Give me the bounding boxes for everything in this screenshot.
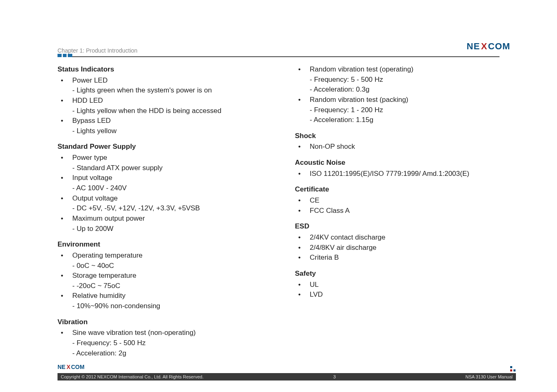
item-label: Sine wave vibration test (non-operating) — [72, 329, 196, 337]
list-item: HDD LED — [58, 96, 262, 106]
list-item: CE — [295, 196, 499, 206]
list-item: Criteria B — [295, 253, 499, 263]
header-rule — [58, 56, 499, 57]
item-detail: - 0oC ~ 40oC — [58, 261, 262, 271]
section-certificate: Certificate — [295, 184, 499, 195]
item-detail: - Acceleration: 1.15g — [295, 115, 499, 125]
item-detail: - Standard ATX power supply — [58, 163, 262, 173]
item-label: Relative humidity — [72, 292, 125, 300]
svg-text:COM: COM — [488, 41, 510, 51]
item-label: FCC Class A — [310, 207, 350, 214]
column-right: Random vibration test (operating) - Freq… — [295, 65, 499, 358]
section-shock: Shock — [295, 131, 499, 141]
svg-text:NE: NE — [467, 41, 480, 51]
item-detail: - Acceleration: 2g — [58, 348, 262, 359]
list-item: Non-OP shock — [295, 142, 499, 152]
list-item: 2/4KV contact discharge — [295, 233, 499, 243]
item-label: Power LED — [72, 76, 108, 84]
list-item: FCC Class A — [295, 206, 499, 216]
brand-logo-top: NE X COM — [467, 41, 520, 52]
item-detail: - 10%~90% non-condensing — [58, 301, 262, 311]
section-vibration: Vibration — [58, 317, 262, 327]
item-label: LVD — [310, 291, 323, 298]
item-label: Criteria B — [310, 254, 339, 261]
item-detail: - Lights yellow when the HDD is being ac… — [58, 106, 262, 116]
list-item: 2/4/8KV air discharge — [295, 243, 499, 253]
footer-docref: NSA 3130 User Manual — [465, 374, 513, 379]
item-label: 2/4KV contact discharge — [310, 233, 385, 241]
chapter-label: Chapter 1: Product Introduction — [58, 47, 499, 54]
item-label: 2/4/8KV air discharge — [310, 244, 377, 251]
item-label: Storage temperature — [72, 272, 136, 279]
svg-text:X: X — [481, 41, 487, 51]
svg-text:COM: COM — [71, 364, 85, 370]
list-item: Random vibration test (operating) — [295, 65, 499, 75]
list-item: Relative humidity — [58, 291, 262, 301]
section-status-indicators: Status Indicators — [58, 65, 262, 75]
footer-page-number: 3 — [333, 374, 336, 379]
item-label: UL — [310, 281, 319, 288]
item-detail: - AC 100V - 240V — [58, 183, 262, 194]
item-detail: - Frequency: 5 - 500 Hz — [295, 75, 499, 85]
section-environment: Environment — [58, 240, 262, 250]
section-esd: ESD — [295, 221, 499, 232]
list-item: Output voltage — [58, 194, 262, 204]
brand-logo-footer: NE X COM — [58, 364, 516, 372]
list-item: UL — [295, 280, 499, 290]
footer: NE X COM Copyright © 2012 NEXCOM Interna… — [58, 364, 516, 380]
item-detail: - Frequency: 5 - 500 Hz — [58, 338, 262, 348]
content-columns: Status Indicators Power LED - Lights gre… — [58, 65, 499, 358]
list-item: Maximum output power — [58, 214, 262, 224]
item-detail: - Up to 200W — [58, 224, 262, 234]
footer-copyright: Copyright © 2012 NEXCOM International Co… — [61, 374, 203, 379]
item-label: Power type — [72, 154, 107, 161]
list-item: Input voltage — [58, 173, 262, 183]
item-detail: - Acceleration: 0.3g — [295, 85, 499, 95]
item-label: Input voltage — [72, 174, 112, 182]
item-detail: - Lights green when the system's power i… — [58, 85, 262, 96]
list-item: Sine wave vibration test (non-operating) — [58, 328, 262, 338]
item-label: ISO 11201:1995(E)/ISO 7779:1999/ Amd.1:2… — [310, 170, 469, 178]
svg-text:NE: NE — [58, 364, 65, 370]
section-acoustic-noise: Acoustic Noise — [295, 158, 499, 168]
item-detail: - Lights yellow — [58, 126, 262, 136]
list-item: ISO 11201:1995(E)/ISO 7779:1999/ Amd.1:2… — [295, 169, 499, 179]
list-item: Storage temperature — [58, 271, 262, 281]
svg-text:X: X — [67, 364, 71, 370]
section-power-supply: Standard Power Supply — [58, 142, 262, 152]
section-safety: Safety — [295, 269, 499, 279]
list-status-indicators: Power LED — [58, 76, 262, 86]
item-detail: - Frequency: 1 - 200 Hz — [295, 105, 499, 115]
item-label: Random vibration test (packing) — [310, 96, 408, 104]
column-left: Status Indicators Power LED - Lights gre… — [58, 65, 262, 358]
list-item: Power LED — [58, 76, 262, 86]
item-label: Non-OP shock — [310, 143, 355, 150]
item-detail: - DC +5V, -5V, +12V, -12V, +3.3V, +5VSB — [58, 203, 262, 214]
footer-bar: Copyright © 2012 NEXCOM International Co… — [58, 373, 516, 380]
item-label: Bypass LED — [72, 117, 111, 125]
item-label: HDD LED — [72, 97, 103, 104]
item-label: Operating temperature — [72, 251, 143, 259]
list-item: LVD — [295, 290, 499, 300]
item-label: Maximum output power — [72, 214, 145, 222]
item-label: Random vibration test (operating) — [310, 65, 413, 73]
list-item: Power type — [58, 153, 262, 163]
list-item: Operating temperature — [58, 251, 262, 261]
item-label: CE — [310, 196, 320, 204]
item-label: Output voltage — [72, 194, 118, 202]
list-item: Random vibration test (packing) — [295, 95, 499, 105]
item-detail: - -20oC ~ 75oC — [58, 281, 262, 291]
list-item: Bypass LED — [58, 116, 262, 126]
